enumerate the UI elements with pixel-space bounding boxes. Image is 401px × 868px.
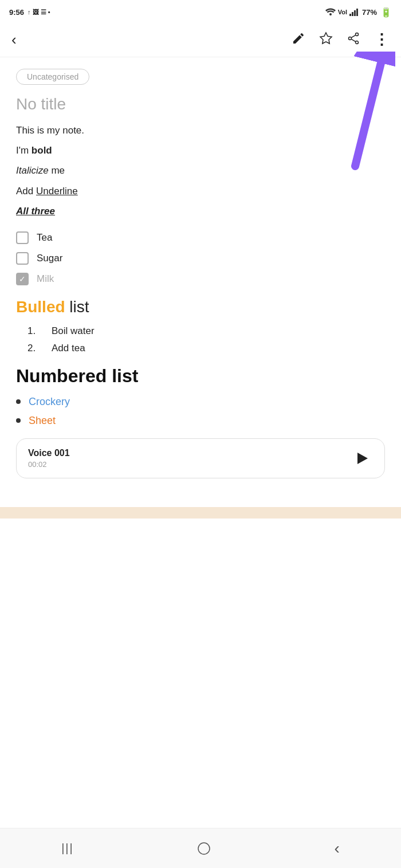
battery-display: 77%: [362, 8, 377, 17]
bulleted-item-2-text: Add tea: [52, 343, 85, 354]
note-line-5: All three: [16, 203, 385, 219]
bottom-nav-home[interactable]: [196, 841, 211, 856]
crockery-label: Crockery: [29, 396, 70, 408]
svg-point-5: [356, 33, 359, 36]
bottom-nav-back[interactable]: ‹: [334, 839, 339, 858]
svg-rect-4: [356, 9, 358, 16]
note-line-3: Italicize me: [16, 163, 385, 178]
checklist-item-milk[interactable]: Milk: [16, 273, 385, 285]
bottom-nav-menu[interactable]: |||: [61, 842, 74, 855]
bulleted-title-orange: Bulled: [16, 298, 65, 316]
note-line-2-prefix: I'm: [16, 145, 32, 156]
bulleted-item-2-num: 2.: [27, 343, 41, 354]
signal-icons: Vol: [325, 8, 359, 16]
edit-button[interactable]: [292, 32, 305, 49]
bulleted-list: 1. Boil water 2. Add tea: [27, 325, 385, 354]
note-line-1: This is my note.: [16, 123, 385, 138]
svg-line-9: [351, 39, 355, 41]
bulleted-item-1-num: 1.: [27, 325, 41, 337]
checkbox-milk[interactable]: [16, 273, 29, 285]
battery-icon: 🔋: [380, 7, 392, 18]
checklist-label-milk: Milk: [37, 273, 54, 285]
checklist-item-tea[interactable]: Tea: [16, 231, 385, 244]
bullet-dot-sheet: [16, 418, 21, 423]
svg-line-8: [351, 35, 355, 37]
pencil-icon: [292, 32, 305, 45]
svg-rect-2: [352, 12, 353, 16]
orange-bar: [0, 507, 401, 519]
bullet-dot-crockery: [16, 399, 21, 404]
share-icon: [347, 32, 360, 45]
note-content: Uncategorised No title This is my note. …: [0, 57, 401, 501]
svg-rect-12: [198, 843, 210, 854]
play-triangle-icon: [357, 453, 368, 464]
bulleted-title-normal: list: [65, 298, 89, 316]
svg-point-7: [356, 41, 359, 44]
star-icon: [319, 32, 333, 45]
nav-left: ‹: [11, 31, 17, 49]
bulleted-list-item-1: 1. Boil water: [27, 325, 385, 337]
share-button[interactable]: [347, 32, 360, 49]
signal-bars-icon: [349, 8, 359, 16]
note-line-3-suffix: me: [49, 165, 65, 176]
back-button[interactable]: ‹: [11, 31, 17, 49]
category-tag[interactable]: Uncategorised: [16, 69, 89, 85]
play-button[interactable]: [352, 448, 373, 469]
checklist-item-sugar[interactable]: Sugar: [16, 252, 385, 265]
voice-duration: 00:02: [28, 460, 70, 469]
star-button[interactable]: [319, 32, 333, 49]
time-display: 9:56: [9, 8, 24, 17]
numbered-list: Crockery Sheet: [16, 396, 385, 427]
numbered-list-item-sheet: Sheet: [16, 415, 385, 427]
numbered-list-item-crockery: Crockery: [16, 396, 385, 408]
bottom-nav: ||| ‹: [0, 828, 401, 868]
voice-player: Voice 001 00:02: [16, 438, 385, 478]
checklist-label-sugar: Sugar: [37, 253, 62, 264]
status-right: Vol 77% 🔋: [325, 7, 392, 18]
status-bar: 9:56 ↑ 🖼 ☰ • Vol 77% 🔋: [0, 0, 401, 23]
status-time: 9:56 ↑ 🖼 ☰ •: [9, 8, 50, 17]
checkbox-tea[interactable]: [16, 231, 29, 244]
wifi-icon: [325, 8, 336, 16]
status-indicators: ↑ 🖼 ☰ •: [27, 9, 50, 16]
numbered-section-title: Numbered list: [16, 366, 385, 387]
note-line-3-italic: Italicize: [16, 165, 49, 176]
svg-rect-3: [354, 10, 356, 16]
checklist: Tea Sugar Milk: [16, 231, 385, 285]
more-options-button[interactable]: ⋮: [374, 31, 390, 49]
sheet-label: Sheet: [29, 415, 56, 427]
voice-info: Voice 001 00:02: [28, 448, 70, 469]
bulleted-item-1-text: Boil water: [52, 325, 95, 337]
nav-bar: ‹ ⋮: [0, 23, 401, 57]
svg-rect-1: [349, 14, 351, 16]
note-line-4-underline: Underline: [36, 186, 78, 197]
note-line-4: Add Underline: [16, 183, 385, 199]
bulleted-list-item-2: 2. Add tea: [27, 343, 385, 354]
svg-point-0: [329, 13, 332, 15]
bulleted-section-title: Bulled list: [16, 298, 385, 316]
note-line-2-bold: bold: [32, 145, 52, 156]
nav-right: ⋮: [292, 31, 390, 49]
svg-point-6: [349, 37, 352, 40]
home-circle-icon: [196, 841, 211, 856]
checkbox-sugar[interactable]: [16, 252, 29, 265]
vol-indicator: Vol: [338, 9, 347, 15]
note-line-5-allthree: All three: [16, 206, 55, 217]
checklist-label-tea: Tea: [37, 232, 52, 243]
note-line-4-prefix: Add: [16, 186, 36, 197]
note-line-2: I'm bold: [16, 143, 385, 158]
voice-name: Voice 001: [28, 448, 70, 458]
note-title[interactable]: No title: [16, 95, 385, 113]
